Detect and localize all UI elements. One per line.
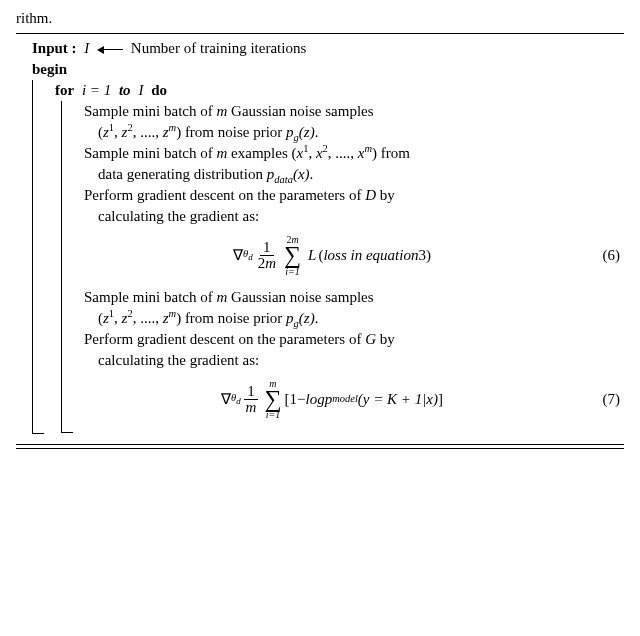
sup: m (169, 122, 177, 133)
text: Perform gradient descent on the paramete… (84, 331, 365, 347)
for-end: I (134, 82, 147, 98)
var: x (316, 145, 323, 161)
text: . (315, 310, 319, 326)
begin-body: for i = 1 to I do Sample mini batch of m… (32, 80, 624, 433)
text: , (114, 310, 122, 326)
equation-number: (7) (580, 389, 624, 410)
sub: d (248, 252, 252, 262)
ref: 3 (418, 245, 426, 266)
var-m: m (216, 103, 227, 119)
text: Gaussian noise samples (227, 103, 373, 119)
sup: m (169, 308, 177, 319)
to-keyword: to (119, 82, 131, 98)
for-keyword: for (55, 82, 74, 98)
for-line: for i = 1 to I do (55, 80, 624, 101)
var: (x) (293, 166, 310, 182)
equation-7: ∇θd 1 m m ∑ i=1 [1 − log p (84, 371, 624, 431)
text: calculating the gradient as: (98, 352, 259, 368)
step-grad-D: Perform gradient descent on the paramete… (84, 185, 624, 227)
text: from noise prior (181, 310, 286, 326)
input-line: Input : I Number of training iterations (16, 38, 624, 59)
input-keyword: Input : (32, 40, 77, 56)
step-sample-noise-2: Sample mini batch of m Gaussian noise sa… (84, 287, 624, 329)
nabla-icon: ∇ (233, 245, 243, 266)
var-L: L (304, 245, 318, 266)
rule-bottom-2 (16, 448, 624, 449)
text: ) from (372, 145, 410, 161)
var: (z) (299, 124, 315, 140)
for-close-tick (61, 432, 73, 433)
var-D: D (365, 187, 376, 203)
nabla-icon: ∇ (221, 389, 231, 410)
paren: (y = K + 1|x) (358, 389, 438, 410)
text: . (315, 124, 319, 140)
den-part: m (265, 255, 276, 271)
fraction: 1 2m (255, 240, 279, 271)
rule-bottom-1 (16, 444, 624, 445)
fraction: 1 m (243, 384, 260, 415)
step-sample-noise-1: Sample mini batch of m Gaussian noise sa… (84, 101, 624, 143)
var: (z) (299, 310, 315, 326)
sub: data (274, 174, 293, 185)
numerator: 1 (260, 240, 274, 256)
text: ) (426, 245, 431, 266)
algorithm-block: Input : I Number of training iterations … (16, 34, 624, 438)
var: p (286, 124, 294, 140)
text: examples ( (227, 145, 296, 161)
text: − (297, 389, 305, 410)
log: log (306, 389, 325, 410)
begin-keyword: begin (32, 61, 67, 77)
numerator: 1 (244, 384, 258, 400)
text: , (114, 124, 122, 140)
var-m: m (216, 145, 227, 161)
text: , ...., (133, 124, 163, 140)
input-desc: Number of training iterations (131, 40, 306, 56)
text: data generating distribution (98, 166, 267, 182)
var-G: G (365, 331, 376, 347)
for-body: Sample mini batch of m Gaussian noise sa… (55, 101, 624, 432)
begin-line: begin (16, 59, 624, 80)
text: , ...., (328, 145, 358, 161)
text: by (376, 187, 395, 203)
denominator: m (243, 400, 260, 415)
begin-close-tick (32, 433, 44, 434)
sub: d (236, 396, 240, 406)
text: Gaussian noise samples (227, 289, 373, 305)
text: 1 (290, 389, 298, 410)
text: Sample mini batch of (84, 145, 216, 161)
sum-icon: 2m ∑ i=1 (284, 235, 301, 277)
text: calculating the gradient as: (98, 208, 259, 224)
text: Sample mini batch of (84, 103, 216, 119)
caption-fragment: rithm. (16, 8, 624, 29)
text: , ...., (133, 310, 163, 326)
sum-icon: m ∑ i=1 (264, 379, 281, 421)
do-keyword: do (151, 82, 167, 98)
step-sample-data: Sample mini batch of m examples (x1, x2,… (84, 143, 624, 185)
equation-number: (6) (580, 245, 624, 266)
sum-lower: i=1 (285, 267, 300, 277)
var-m: m (216, 289, 227, 305)
step-grad-G: Perform gradient descent on the paramete… (84, 329, 624, 371)
equation-6: ∇θd 1 2m 2m ∑ i=1 L (84, 227, 624, 287)
sup: m (364, 143, 372, 154)
input-var: I (80, 40, 89, 56)
text: , (308, 145, 316, 161)
sum-lower: i=1 (266, 410, 281, 420)
text: ] (438, 389, 443, 410)
for-var: i = 1 (78, 82, 115, 98)
text: by (376, 331, 395, 347)
text: . (310, 166, 314, 182)
text: loss in equation (323, 245, 418, 266)
left-arrow-icon (97, 46, 123, 54)
text: from noise prior (181, 124, 286, 140)
var: p (286, 310, 294, 326)
text: Perform gradient descent on the paramete… (84, 187, 365, 203)
text: Sample mini batch of (84, 289, 216, 305)
var-p: p (325, 389, 333, 410)
